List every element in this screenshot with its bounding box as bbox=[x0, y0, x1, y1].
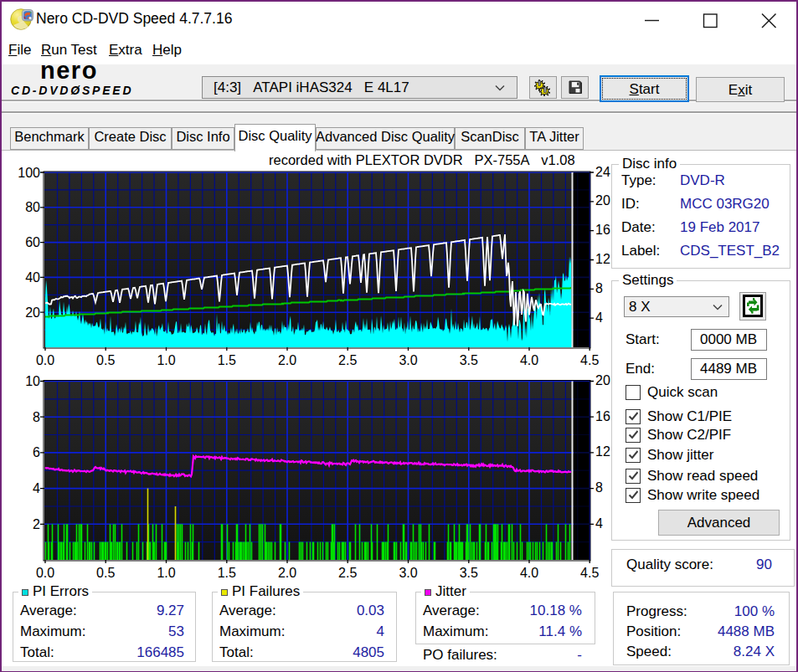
svg-text:60: 60 bbox=[25, 235, 40, 249]
svg-text:80: 80 bbox=[25, 200, 40, 214]
svg-text:0.0: 0.0 bbox=[36, 566, 54, 580]
svg-text:3.5: 3.5 bbox=[460, 566, 478, 580]
svg-text:20: 20 bbox=[595, 193, 610, 208]
svg-text:20: 20 bbox=[595, 373, 610, 387]
svg-text:1.5: 1.5 bbox=[218, 353, 236, 367]
svg-text:4: 4 bbox=[33, 481, 40, 495]
svg-text:16: 16 bbox=[595, 409, 610, 423]
svg-text:3.5: 3.5 bbox=[460, 353, 478, 367]
svg-text:12: 12 bbox=[595, 444, 610, 459]
svg-text:4.0: 4.0 bbox=[520, 566, 538, 580]
svg-text:1.0: 1.0 bbox=[157, 353, 175, 367]
svg-text:4.0: 4.0 bbox=[520, 353, 538, 367]
svg-text:2: 2 bbox=[33, 517, 40, 531]
svg-text:10: 10 bbox=[25, 374, 40, 388]
svg-text:0.0: 0.0 bbox=[36, 353, 54, 367]
svg-text:3.0: 3.0 bbox=[399, 566, 417, 580]
svg-text:6: 6 bbox=[33, 445, 40, 459]
svg-text:2.0: 2.0 bbox=[278, 566, 296, 580]
svg-text:1.5: 1.5 bbox=[218, 566, 236, 580]
svg-text:8: 8 bbox=[33, 410, 40, 424]
svg-text:1.0: 1.0 bbox=[157, 566, 175, 580]
svg-text:2.0: 2.0 bbox=[278, 353, 296, 367]
svg-text:8: 8 bbox=[595, 281, 603, 295]
svg-text:16: 16 bbox=[595, 223, 610, 237]
svg-text:4.5: 4.5 bbox=[580, 353, 599, 367]
svg-text:12: 12 bbox=[595, 252, 610, 266]
svg-text:2.5: 2.5 bbox=[338, 566, 357, 580]
svg-text:40: 40 bbox=[25, 270, 40, 285]
svg-text:20: 20 bbox=[25, 305, 40, 320]
svg-text:8: 8 bbox=[595, 480, 603, 495]
svg-text:2.5: 2.5 bbox=[338, 353, 357, 367]
svg-text:24: 24 bbox=[595, 165, 610, 179]
svg-text:100: 100 bbox=[18, 166, 40, 180]
svg-text:4.5: 4.5 bbox=[580, 566, 599, 580]
svg-text:0.5: 0.5 bbox=[96, 353, 115, 367]
svg-text:4: 4 bbox=[595, 516, 603, 531]
svg-text:3.0: 3.0 bbox=[399, 353, 417, 367]
svg-text:0.5: 0.5 bbox=[96, 566, 115, 580]
svg-text:4: 4 bbox=[595, 310, 603, 325]
